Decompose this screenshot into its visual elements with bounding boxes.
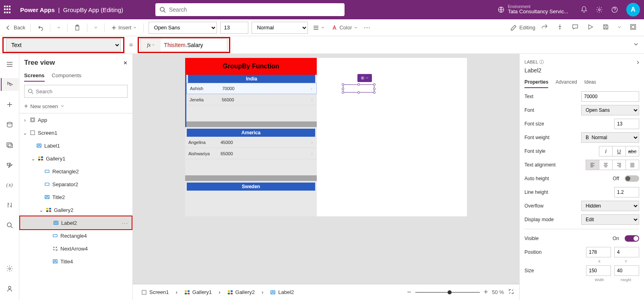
prop-x-input[interactable]: [586, 247, 611, 257]
font-size-input[interactable]: [220, 22, 248, 34]
zoom-in-icon[interactable]: +: [484, 288, 488, 296]
node-rectangle2[interactable]: Rectangle2: [19, 165, 132, 178]
back-button[interactable]: Back: [5, 25, 25, 31]
align-left-button[interactable]: [586, 160, 599, 170]
undo-menu[interactable]: [55, 26, 62, 30]
app-preview[interactable]: GroupBy Function India Ashish70000› Jene…: [185, 58, 467, 216]
align-menu[interactable]: [311, 25, 326, 31]
data-icon[interactable]: [3, 118, 16, 131]
prop-font-select[interactable]: Open Sans: [581, 105, 639, 115]
chevron-right-icon[interactable]: ›: [311, 151, 313, 156]
bc-gallery2[interactable]: Gallery2: [224, 287, 258, 297]
chevron-right-icon[interactable]: ›: [637, 58, 639, 66]
bc-label2[interactable]: Label2: [266, 287, 297, 297]
save-icon[interactable]: [602, 23, 609, 32]
formula-expand-icon[interactable]: [633, 41, 639, 49]
insert-pane-icon[interactable]: [3, 98, 16, 111]
bc-screen1[interactable]: Screen1: [138, 287, 172, 297]
node-nextarrow4[interactable]: NextArrow4: [19, 242, 132, 255]
hamburger-icon[interactable]: [3, 58, 16, 71]
zoom-out-icon[interactable]: −: [407, 288, 411, 296]
gallery-group-sweden[interactable]: Sweden: [185, 183, 317, 191]
gallery-row[interactable]: Jenelia56000›: [186, 94, 317, 105]
node-app[interactable]: ›App: [19, 113, 132, 126]
user-avatar[interactable]: A: [626, 3, 640, 16]
prop-displaymode-select[interactable]: Edit: [581, 214, 639, 225]
property-selector[interactable]: Text: [6, 39, 121, 51]
prop-overflow-select[interactable]: Hidden: [581, 201, 639, 211]
tab-screens[interactable]: Screens: [24, 70, 45, 82]
node-rectangle4[interactable]: Rectangle4: [19, 229, 132, 242]
search-input[interactable]: [169, 6, 341, 13]
media-icon[interactable]: [3, 138, 16, 151]
preview-icon[interactable]: [587, 23, 594, 32]
settings-icon[interactable]: [596, 6, 603, 13]
color-menu[interactable]: Color: [330, 25, 359, 31]
italic-button[interactable]: I: [599, 146, 613, 156]
node-screen1[interactable]: ⌄Screen1: [19, 126, 132, 139]
global-search[interactable]: [155, 3, 345, 16]
publish-icon[interactable]: [630, 23, 637, 32]
prop-text-input[interactable]: [581, 91, 639, 102]
fx-button[interactable]: fx: [140, 39, 161, 51]
insert-button[interactable]: Insert: [109, 25, 139, 31]
editing-mode[interactable]: Editing: [510, 25, 535, 31]
gallery-row[interactable]: Angelina45000›: [185, 137, 317, 148]
more-commands[interactable]: ···: [363, 25, 373, 31]
ptab-properties[interactable]: Properties: [524, 77, 548, 88]
font-family-select[interactable]: Open Sans: [149, 22, 217, 34]
strike-button[interactable]: abc: [625, 146, 639, 156]
gallery-group-india[interactable]: India Ashish70000› Jenelia56000›: [185, 75, 317, 127]
tree-view-icon[interactable]: [1, 78, 19, 91]
variables-icon[interactable]: (𝑥): [3, 179, 16, 191]
flows-icon[interactable]: [3, 158, 16, 171]
node-title4[interactable]: Title4: [19, 255, 132, 268]
ptab-ideas[interactable]: Ideas: [584, 77, 596, 88]
prop-fontweight-select[interactable]: B Normal: [581, 132, 639, 143]
new-screen-button[interactable]: +New screen: [19, 101, 132, 113]
chevron-right-icon[interactable]: ›: [311, 140, 313, 145]
node-label1[interactable]: Label1: [19, 139, 132, 152]
align-justify-button[interactable]: [625, 160, 639, 170]
node-more-icon[interactable]: ···: [122, 220, 128, 226]
tools-icon[interactable]: [3, 199, 16, 212]
comments-icon[interactable]: [572, 23, 579, 32]
node-label2[interactable]: Label2···: [20, 216, 132, 229]
prop-fontsize-input[interactable]: [614, 119, 639, 129]
font-weight-select[interactable]: Normal: [252, 22, 308, 34]
node-title2[interactable]: Title2: [19, 191, 132, 203]
visible-toggle[interactable]: [625, 235, 639, 242]
paste-button[interactable]: [72, 25, 82, 31]
checker-icon[interactable]: [556, 23, 564, 32]
formula-input[interactable]: ThisItem.Salary: [161, 39, 227, 51]
info-icon[interactable]: ⓘ: [539, 60, 544, 64]
align-center-button[interactable]: [599, 160, 613, 170]
prop-height-input[interactable]: [614, 265, 639, 276]
ptab-advanced[interactable]: Advanced: [555, 77, 577, 88]
zoom-slider[interactable]: [415, 292, 480, 293]
close-icon[interactable]: ✕: [123, 60, 128, 66]
search-rail-icon[interactable]: [3, 219, 16, 232]
settings-rail-icon[interactable]: [3, 262, 16, 275]
gallery-row[interactable]: Aishwariya65000›: [185, 148, 317, 159]
virtual-agent-icon[interactable]: [3, 282, 16, 295]
gallery-row[interactable]: Ashish70000›: [186, 83, 317, 94]
tree-search[interactable]: [24, 85, 128, 98]
chevron-right-icon[interactable]: ›: [311, 86, 312, 91]
node-gallery1[interactable]: ⌄Gallery1: [19, 152, 132, 165]
selection-menu[interactable]: [357, 74, 372, 82]
environment-picker[interactable]: Environment Tata Consultancy Servic...: [497, 4, 568, 14]
undo-button[interactable]: [35, 25, 45, 31]
prop-y-input[interactable]: [614, 247, 639, 257]
underline-button[interactable]: U: [612, 146, 626, 156]
align-right-button[interactable]: [612, 160, 626, 170]
node-separator2[interactable]: Separator2: [19, 178, 132, 191]
prop-width-input[interactable]: [586, 265, 611, 276]
notifications-icon[interactable]: [580, 6, 588, 13]
autoheight-toggle[interactable]: [625, 175, 639, 182]
share-icon[interactable]: [541, 23, 548, 32]
node-gallery2[interactable]: ⌄Gallery2: [19, 203, 132, 216]
gallery-group-america[interactable]: America Angelina45000› Aishwariya65000›: [185, 129, 317, 181]
tree-search-input[interactable]: [36, 88, 124, 95]
paste-menu[interactable]: [92, 26, 99, 30]
